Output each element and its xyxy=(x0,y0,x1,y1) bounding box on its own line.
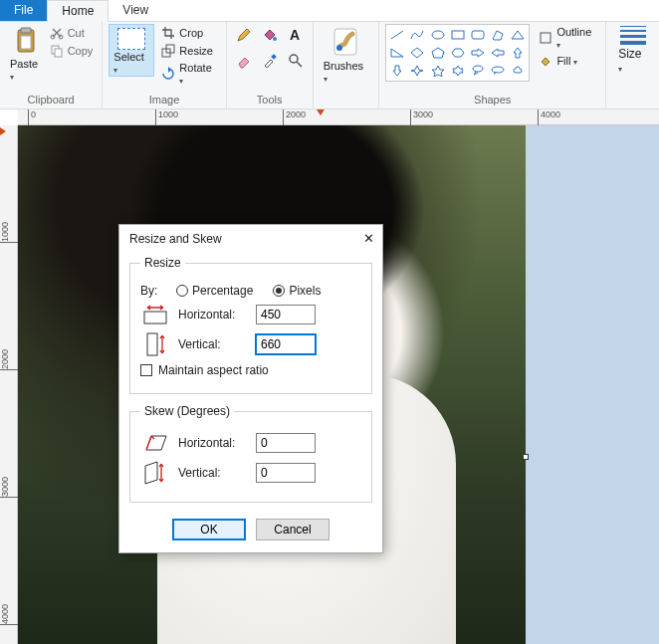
shape-darrow-icon[interactable] xyxy=(388,63,406,79)
zoom-icon[interactable] xyxy=(285,50,307,72)
shape-rtriangle-icon[interactable] xyxy=(388,45,406,61)
copy-label: Copy xyxy=(68,45,94,57)
shape-4star-icon[interactable] xyxy=(408,63,426,79)
resize-fieldset: Resize By: Percentage Pixels Horizontal:… xyxy=(129,256,372,394)
svg-rect-20 xyxy=(144,312,166,323)
resize-handle-icon[interactable] xyxy=(523,454,529,460)
svg-point-9 xyxy=(273,37,277,41)
resize-icon xyxy=(161,44,175,58)
shape-cloudcallout-icon[interactable] xyxy=(509,63,527,79)
select-button[interactable]: Select xyxy=(109,24,154,77)
tab-home[interactable]: Home xyxy=(47,0,109,22)
ruler-horizontal: 0 1000 2000 3000 4000 xyxy=(18,109,659,125)
shape-rarrow-icon[interactable] xyxy=(469,45,487,61)
shape-pentagon-icon[interactable] xyxy=(429,45,447,61)
group-image: Select Crop Resize Rotate Image xyxy=(103,22,226,108)
brushes-button[interactable]: Brushes xyxy=(320,24,373,86)
shape-5star-icon[interactable] xyxy=(429,63,447,79)
ruler-v-tick: 4000 xyxy=(0,602,18,625)
shape-larrow-icon[interactable] xyxy=(489,45,507,61)
text-icon[interactable]: A xyxy=(285,24,307,46)
outline-label: Outline xyxy=(556,26,596,50)
cut-button[interactable]: Cut xyxy=(47,24,97,42)
shape-uarrow-icon[interactable] xyxy=(509,45,527,61)
shape-curve-icon[interactable] xyxy=(408,27,426,43)
crop-button[interactable]: Crop xyxy=(158,24,219,42)
paste-button[interactable]: Paste xyxy=(6,24,47,84)
group-clipboard-label: Clipboard xyxy=(6,92,96,108)
rotate-icon xyxy=(161,67,175,81)
skew-h-input[interactable] xyxy=(256,433,316,453)
resize-legend: Resize xyxy=(140,256,185,270)
shape-line-icon[interactable] xyxy=(388,27,406,43)
svg-rect-16 xyxy=(452,31,464,39)
cut-label: Cut xyxy=(68,27,85,39)
shape-roundrect-icon[interactable] xyxy=(469,27,487,43)
svg-point-14 xyxy=(336,45,342,51)
scissors-icon xyxy=(50,26,64,40)
group-shapes-label: Shapes xyxy=(385,92,599,108)
svg-rect-1 xyxy=(21,28,31,33)
crop-icon xyxy=(161,26,175,40)
skew-legend: Skew (Degrees) xyxy=(140,404,234,418)
skew-h-label: Horizontal: xyxy=(178,436,248,450)
percentage-label: Percentage xyxy=(192,284,253,298)
pixels-radio[interactable]: Pixels xyxy=(273,284,321,298)
ruler-h-tick: 2000 xyxy=(283,109,306,125)
rotate-button[interactable]: Rotate xyxy=(158,60,219,88)
size-button[interactable]: Size xyxy=(612,24,653,77)
shape-triangle-icon[interactable] xyxy=(509,27,527,43)
pixels-label: Pixels xyxy=(289,284,321,298)
resize-v-icon xyxy=(140,331,170,357)
cancel-button[interactable]: Cancel xyxy=(256,519,330,540)
pencil-icon[interactable] xyxy=(233,24,255,46)
outline-button[interactable]: Outline xyxy=(536,24,599,52)
eyedropper-icon[interactable] xyxy=(259,50,281,72)
shape-rect-icon[interactable] xyxy=(449,27,467,43)
ruler-v-tick: 1000 xyxy=(0,220,18,243)
maintain-aspect-checkbox[interactable]: Maintain aspect ratio xyxy=(140,363,269,377)
copy-button[interactable]: Copy xyxy=(47,42,97,60)
ruler-h-tick: 4000 xyxy=(538,109,560,125)
ribbon: Paste Cut Copy Clipboard Select xyxy=(0,22,659,109)
tab-view[interactable]: View xyxy=(109,0,162,21)
skew-h-icon xyxy=(140,432,170,454)
shape-6star-icon[interactable] xyxy=(449,63,467,79)
fill-label: Fill xyxy=(556,55,576,67)
fill-button[interactable]: Fill xyxy=(536,52,599,70)
ok-button[interactable]: OK xyxy=(172,519,246,540)
bucket-icon[interactable] xyxy=(259,24,281,46)
group-image-label: Image xyxy=(109,92,219,108)
eraser-icon[interactable] xyxy=(233,50,255,72)
dialog-titlebar[interactable]: Resize and Skew ✕ xyxy=(119,225,382,252)
shape-oval-icon[interactable] xyxy=(429,27,447,43)
svg-point-18 xyxy=(492,67,504,73)
resize-v-input[interactable] xyxy=(256,334,316,354)
shapes-gallery[interactable] xyxy=(385,24,530,82)
shape-diamond-icon[interactable] xyxy=(408,45,426,61)
skew-v-input[interactable] xyxy=(256,463,316,483)
resize-button[interactable]: Resize xyxy=(158,42,219,60)
tab-file[interactable]: File xyxy=(0,0,47,21)
svg-point-12 xyxy=(290,55,298,63)
resize-h-input[interactable] xyxy=(256,305,316,324)
shape-roundcallout-icon[interactable] xyxy=(469,63,487,79)
svg-text:A: A xyxy=(290,27,300,43)
shape-ovalcallout-icon[interactable] xyxy=(489,63,507,79)
shape-polygon-icon[interactable] xyxy=(489,27,507,43)
ruler-h-tick: 0 xyxy=(28,109,36,125)
ruler-v-tick: 3000 xyxy=(0,475,18,498)
brush-icon xyxy=(330,26,360,58)
resize-h-icon xyxy=(140,304,170,325)
skew-v-label: Vertical: xyxy=(178,466,248,480)
skew-fieldset: Skew (Degrees) Horizontal: Vertical: xyxy=(129,404,372,503)
ruler-h-tick: 3000 xyxy=(410,109,433,125)
percentage-radio[interactable]: Percentage xyxy=(176,284,253,298)
copy-icon xyxy=(50,44,64,58)
ruler-h-tick: 1000 xyxy=(155,109,178,125)
shape-hexagon-icon[interactable] xyxy=(449,45,467,61)
svg-rect-21 xyxy=(147,333,157,355)
by-label: By: xyxy=(140,284,168,298)
close-icon[interactable]: ✕ xyxy=(344,231,374,246)
svg-rect-6 xyxy=(55,49,62,57)
